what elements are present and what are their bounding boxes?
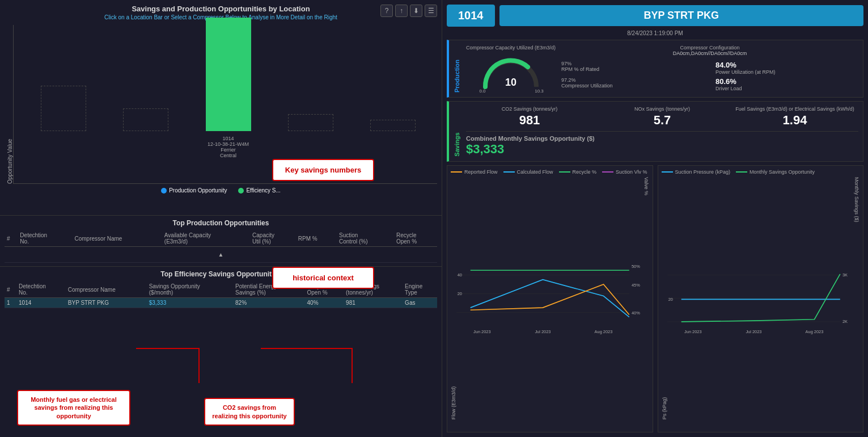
y-axis-label: Opportunity Value bbox=[5, 25, 13, 184]
svg-text:0.0: 0.0 bbox=[479, 89, 486, 93]
eff-col-savings: Savings Opportunity($/month) bbox=[147, 281, 233, 298]
row-co2: 981 bbox=[344, 298, 403, 308]
reported-flow-label: Reported Flow bbox=[464, 169, 498, 175]
valve-y-label: Valve % bbox=[643, 177, 649, 419]
row-savings: $3,333 bbox=[147, 298, 233, 308]
suction-vlv-label: Suction Vlv % bbox=[616, 169, 647, 175]
production-label: Production bbox=[454, 45, 460, 93]
up-icon[interactable]: ↑ bbox=[395, 5, 408, 17]
legend-suction-pressure: Suction Pressure (kPag) bbox=[662, 169, 731, 175]
reported-flow-line bbox=[451, 171, 462, 173]
fuel-title: Fuel Savings (E3m3/d) or Electrical Savi… bbox=[731, 106, 858, 113]
legend-production: Production Opportunity bbox=[161, 187, 227, 194]
col-rpm: RPM % bbox=[296, 230, 337, 247]
recycle-line bbox=[559, 171, 570, 173]
svg-text:40%: 40% bbox=[632, 310, 640, 316]
top-production-section: Top Production Opportunities # Detechtio… bbox=[0, 216, 442, 267]
top-svg-container: 40 20 50% 45% 40% Jun 2023 Jul 2023 Aug … bbox=[456, 177, 643, 419]
svg-text:Jun 2023: Jun 2023 bbox=[473, 329, 490, 334]
top-chart-legend: Reported Flow Calculated Flow Recycle % … bbox=[451, 169, 649, 175]
monthly-savings-line bbox=[736, 171, 747, 173]
timestamp: 8/24/2023 1:19:00 PM bbox=[447, 30, 863, 36]
col-detno: DetechtionNo. bbox=[18, 230, 72, 247]
col-capacity: CapacityUtil (%) bbox=[250, 230, 296, 247]
bottom-line-chart: Suction Pressure (kPag) Monthly Savings … bbox=[658, 165, 864, 432]
download-icon[interactable]: ⬇ bbox=[410, 5, 422, 17]
stat-rpm-label: 97% bbox=[561, 61, 704, 66]
svg-text:Jul 2023: Jul 2023 bbox=[535, 329, 551, 334]
savings-section: Savings CO2 Savings (tonnes/yr) 981 NOx … bbox=[447, 101, 863, 162]
table-row[interactable]: 1 1014 BYP STRT PKG $3,333 82% 40% 981 G… bbox=[5, 298, 437, 308]
nox-title: NOx Savings (tonnes/yr) bbox=[599, 106, 726, 113]
bottom-chart-legend: Suction Pressure (kPag) Monthly Savings … bbox=[662, 169, 860, 175]
left-panel: ? ↑ ⬇ ☰ Savings and Production Opportuni… bbox=[0, 0, 442, 437]
suction-vlv-line bbox=[602, 171, 613, 173]
svg-text:50%: 50% bbox=[632, 264, 640, 269]
svg-text:45%: 45% bbox=[632, 283, 640, 288]
stat-comp-util: 97.2% Compressor Utilization bbox=[561, 77, 704, 91]
charts-row: Reported Flow Calculated Flow Recycle % … bbox=[447, 165, 863, 432]
svg-text:3K: 3K bbox=[842, 272, 847, 278]
combined-title: Combined Monthly Savings Opportunity ($) bbox=[466, 135, 858, 142]
legend-efficiency: Efficiency S... bbox=[238, 187, 280, 194]
top-production-title: Top Production Opportunities bbox=[5, 219, 437, 227]
main-bar[interactable] bbox=[206, 18, 251, 131]
combined-savings: Combined Monthly Savings Opportunity ($)… bbox=[466, 131, 858, 157]
savings-row: CO2 Savings (tonnes/yr) 981 NOx Savings … bbox=[466, 106, 858, 128]
chart-legend: Production Opportunity Efficiency S... bbox=[5, 184, 437, 197]
annotation-historical-context: historical context bbox=[272, 267, 374, 289]
legend-reported-flow: Reported Flow bbox=[451, 169, 498, 175]
combined-value: $3,333 bbox=[466, 142, 858, 157]
production-stats: Compressor Configuration DA0cm,DA0cm//DA… bbox=[561, 45, 858, 93]
bar-label-1014: 1014 bbox=[190, 136, 266, 141]
svg-text:10.3: 10.3 bbox=[535, 89, 544, 93]
efficiency-legend-dot bbox=[238, 188, 244, 194]
production-legend-dot bbox=[161, 188, 167, 194]
row-num: 1 bbox=[5, 298, 16, 308]
bottom-chart-body: Ps (kPag) 20 3K 2K Jun 2023 J bbox=[662, 177, 860, 419]
top-production-table: # DetechtionNo. Compressor Name Availabl… bbox=[5, 230, 437, 263]
top-line-chart: Reported Flow Calculated Flow Recycle % … bbox=[447, 165, 653, 432]
svg-text:Aug 2023: Aug 2023 bbox=[595, 329, 613, 334]
calculated-flow-label: Calculated Flow bbox=[517, 169, 553, 175]
nox-savings-col: NOx Savings (tonnes/yr) 5.7 bbox=[599, 106, 726, 128]
menu-icon[interactable]: ☰ bbox=[425, 5, 437, 17]
flow-y-label: Flow (E3m3/d) bbox=[451, 177, 456, 419]
production-legend-label: Production Opportunity bbox=[169, 187, 227, 194]
svg-text:20: 20 bbox=[668, 296, 672, 301]
legend-calculated-flow: Calculated Flow bbox=[503, 169, 553, 175]
eff-col-engine: EngineType bbox=[403, 281, 437, 298]
arrow-monthly-h bbox=[136, 348, 200, 349]
efficiency-savings-section: Top Efficiency Savings Opportunities # D… bbox=[0, 267, 442, 437]
help-icon[interactable]: ? bbox=[380, 5, 393, 17]
col-available: Available Capacity(E3m3/d) bbox=[162, 230, 250, 247]
stat-comp-util-sublabel: Compressor Utilization bbox=[561, 83, 704, 89]
recycle-label: Recycle % bbox=[573, 169, 597, 175]
svg-text:Jul 2023: Jul 2023 bbox=[746, 329, 761, 334]
bottom-chart-svg: 20 3K 2K Jun 2023 Jul 2023 Aug 2023 bbox=[667, 177, 854, 419]
top-chart-body: Flow (E3m3/d) 40 20 50% 45% 40% bbox=[451, 177, 649, 419]
bar-chart-section: ? ↑ ⬇ ☰ Savings and Production Opportuni… bbox=[0, 0, 442, 216]
eff-col-detno: DetechtionNo. bbox=[16, 281, 66, 298]
stat-rpm-sublabel: RPM % of Rated bbox=[561, 66, 704, 72]
bottom-svg-container: 20 3K 2K Jun 2023 Jul 2023 Aug 2023 bbox=[667, 177, 854, 419]
col-suction: SuctionControl (%) bbox=[337, 230, 394, 247]
stat-power-value: 84.0% bbox=[715, 61, 858, 69]
efficiency-legend-label: Efficiency S... bbox=[246, 187, 280, 194]
compressor-config-label: Compressor Configuration bbox=[561, 45, 858, 51]
eff-col-compname: Compressor Name bbox=[66, 281, 147, 298]
row-energy: 82% bbox=[233, 298, 304, 308]
savings-content: CO2 Savings (tonnes/yr) 981 NOx Savings … bbox=[466, 106, 858, 157]
sort-arrow-up[interactable]: ▲ bbox=[218, 251, 224, 258]
stat-power: 84.0% Power Utilization (at RPM) bbox=[715, 61, 858, 75]
row-recycle: 40% bbox=[305, 298, 344, 308]
svg-text:Jun 2023: Jun 2023 bbox=[684, 329, 701, 334]
svg-text:Aug 2023: Aug 2023 bbox=[805, 329, 823, 334]
chart-title: Savings and Production Opportunities by … bbox=[5, 5, 437, 13]
co2-value: 981 bbox=[466, 113, 593, 128]
gauge-area: Compressor Capacity Utilized (E3m3/d) 0.… bbox=[466, 45, 556, 93]
stat-driver-label: Driver Load bbox=[715, 86, 858, 91]
compressor-name-badge: BYP STRT PKG bbox=[499, 5, 864, 26]
chart-icons[interactable]: ? ↑ ⬇ ☰ bbox=[380, 5, 437, 17]
monthly-savings-y-label: Monthly Savings ($) bbox=[854, 177, 859, 419]
